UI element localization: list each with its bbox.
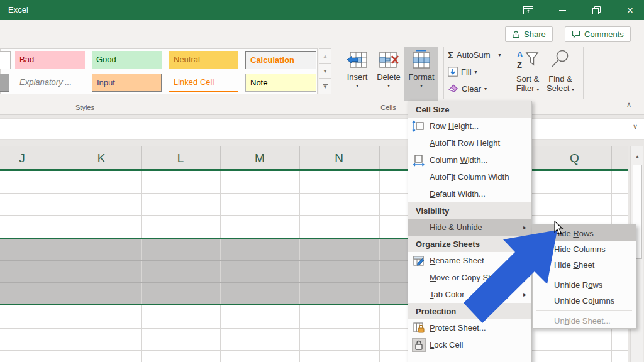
autosum-sigma-icon: Σ xyxy=(448,50,453,60)
ribbon-display-options-button[interactable] xyxy=(514,0,542,20)
style-swatch-note[interactable]: Note xyxy=(245,74,316,92)
menu-section-cell-size: Cell Size xyxy=(408,101,531,118)
minimize-icon xyxy=(559,10,566,11)
find-select-magnifier-icon xyxy=(550,49,571,70)
column-width-icon xyxy=(412,153,426,167)
rename-sheet-icon xyxy=(412,254,426,268)
style-swatch-bad[interactable]: Bad xyxy=(15,51,85,69)
menu-section-visibility: Visibility xyxy=(408,202,531,219)
menu-item-rename-sheet[interactable]: Rename Sheet xyxy=(408,252,531,269)
gallery-scroll-up-button[interactable]: ▲ xyxy=(319,48,331,63)
menu-item-default-width[interactable]: Default Width... xyxy=(408,185,531,202)
find-select-label-line1: Find & xyxy=(548,74,572,84)
autosum-button[interactable]: Σ AutoSum ▾ xyxy=(448,48,501,62)
ribbon-display-options-icon xyxy=(523,6,533,14)
submenu-item-hide-columns[interactable]: Hide Columns xyxy=(533,241,636,257)
style-swatch-neutral[interactable]: Neutral xyxy=(169,51,238,69)
menu-section-organize-sheets: Organize Sheets xyxy=(408,236,531,252)
group-separator xyxy=(338,47,338,99)
fill-down-icon xyxy=(448,67,458,77)
style-swatch-input[interactable]: Input xyxy=(92,74,162,92)
submenu-arrow-icon: ▸ xyxy=(523,224,526,231)
format-cells-icon xyxy=(410,49,433,69)
column-header-K[interactable]: K xyxy=(62,146,141,171)
delete-button[interactable]: Delete ▾ xyxy=(373,47,404,101)
delete-cells-icon xyxy=(377,50,400,69)
svg-text:A: A xyxy=(517,50,523,59)
submenu-arrow-icon: ▸ xyxy=(523,291,526,298)
hide-unhide-submenu: Hide Rows Hide Columns Hide Sheet Unhide… xyxy=(532,224,636,329)
comments-icon xyxy=(572,30,580,38)
menu-item-autofit-column-width[interactable]: AutoFit Column Width xyxy=(408,168,531,185)
column-header-J[interactable]: J xyxy=(0,146,62,171)
minimize-button[interactable] xyxy=(548,0,576,20)
clear-label: Clear xyxy=(462,84,481,94)
group-separator xyxy=(443,47,444,99)
restore-icon xyxy=(592,6,601,14)
gallery-more-button[interactable]: ▼ xyxy=(319,79,331,94)
restore-button[interactable] xyxy=(582,0,610,20)
menu-section-protection: Protection xyxy=(408,303,531,319)
chevron-down-icon: ▼ xyxy=(323,69,328,74)
submenu-item-hide-sheet[interactable]: Hide Sheet xyxy=(533,257,636,273)
chevron-up-icon: ▲ xyxy=(323,53,328,59)
comments-button[interactable]: Comments xyxy=(565,26,631,42)
submenu-item-unhide-rows[interactable]: Unhide Rows xyxy=(533,277,636,293)
chevron-down-icon: ∨ xyxy=(633,123,638,130)
menu-item-lock-cell[interactable]: Lock Cell xyxy=(408,336,531,353)
menu-item-hide-unhide[interactable]: Hide & Unhide ▸ xyxy=(408,219,531,236)
submenu-item-unhide-columns[interactable]: Unhide Columns xyxy=(533,293,636,309)
share-label: Share xyxy=(524,30,546,39)
group-separator xyxy=(583,47,584,99)
style-swatch-partial-bottom[interactable] xyxy=(0,74,9,92)
collapse-ribbon-button[interactable]: ∧ xyxy=(626,101,631,109)
excel-window: Excel × Share xyxy=(0,0,644,362)
autosum-label: AutoSum xyxy=(457,50,490,60)
menu-item-protect-sheet[interactable]: Protect Sheet... xyxy=(408,319,531,336)
fill-button[interactable]: Fill ▾ xyxy=(448,65,477,79)
clear-dropdown-icon: ▾ xyxy=(484,86,487,92)
formula-bar[interactable] xyxy=(0,118,644,140)
submenu-separator xyxy=(533,309,636,313)
style-swatch-partial-top[interactable] xyxy=(0,51,11,69)
gallery-scroll-down-button[interactable]: ▼ xyxy=(319,63,331,79)
style-swatch-linked-cell[interactable]: Linked Cell xyxy=(169,74,238,92)
menu-item-tab-color[interactable]: Tab Color ▸ xyxy=(408,286,531,303)
expand-formula-bar-button[interactable]: ∨ xyxy=(629,123,641,135)
column-header-N[interactable]: N xyxy=(299,146,379,171)
column-header-L[interactable]: L xyxy=(141,146,220,171)
format-label: Format xyxy=(408,72,434,82)
title-bar: Excel × xyxy=(0,0,644,20)
style-swatch-good[interactable]: Good xyxy=(92,51,162,69)
menu-item-column-width[interactable]: Column Width... xyxy=(408,151,531,168)
share-icon xyxy=(512,30,520,38)
clear-button[interactable]: Clear ▾ xyxy=(448,82,487,96)
submenu-separator xyxy=(533,273,636,277)
submenu-item-hide-rows[interactable]: Hide Rows xyxy=(533,225,636,241)
insert-dropdown-icon: ▾ xyxy=(356,83,358,89)
close-button[interactable]: × xyxy=(616,0,644,20)
column-header-row: J K L M N O P Q xyxy=(0,146,628,171)
column-header-M[interactable]: M xyxy=(220,146,299,171)
style-swatch-calculation[interactable]: Calculation xyxy=(245,51,316,69)
scroll-up-button[interactable]: ▲ xyxy=(631,150,643,163)
styles-group-label: Styles xyxy=(38,104,132,111)
clear-eraser-icon xyxy=(448,84,458,94)
menu-item-autofit-row-height[interactable]: AutoFit Row Height xyxy=(408,134,531,151)
find-select-dropdown-icon: ▾ xyxy=(572,87,574,92)
app-title: Excel xyxy=(8,0,28,20)
menu-item-row-height[interactable]: Row Height... xyxy=(408,118,531,134)
share-button[interactable]: Share xyxy=(505,26,553,42)
format-button[interactable]: Format ▾ xyxy=(404,47,438,101)
chevron-up-icon: ∧ xyxy=(626,101,631,108)
menu-item-move-copy-sheet[interactable]: Move or Copy Sh xyxy=(408,269,531,286)
find-select-button[interactable]: Find & Select ▾ xyxy=(544,48,577,118)
insert-button[interactable]: Insert ▾ xyxy=(341,47,373,101)
column-header-Q[interactable]: Q xyxy=(538,146,611,171)
style-swatch-explanatory[interactable]: Explanatory ... xyxy=(15,74,85,92)
autosum-dropdown-icon: ▾ xyxy=(499,52,501,58)
close-icon: × xyxy=(627,5,633,16)
sort-filter-label-line2: Filter xyxy=(516,84,535,93)
submenu-item-unhide-sheet[interactable]: Unhide Sheet... xyxy=(533,313,636,329)
lock-cell-icon xyxy=(412,338,426,352)
